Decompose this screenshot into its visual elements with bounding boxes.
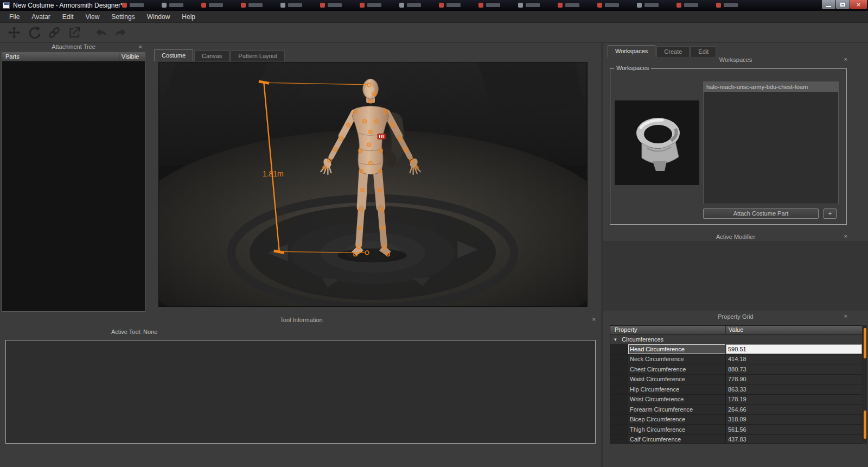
- tab-canvas[interactable]: Canvas: [194, 51, 229, 61]
- tab-title-placeholder: [367, 3, 381, 7]
- property-name: Head Circumference: [628, 344, 726, 354]
- undo-button[interactable]: [93, 25, 108, 40]
- titlebar-icon-strip: [122, 3, 738, 8]
- property-row[interactable]: Calf Circumference437.83: [610, 435, 862, 444]
- window-controls: ×: [822, 0, 867, 9]
- attachment-indicator-icon[interactable]: [378, 134, 386, 139]
- close-panel-icon[interactable]: ×: [592, 317, 596, 323]
- row-indent: [610, 384, 628, 394]
- link-icon: [48, 26, 61, 39]
- tab-pattern-layout[interactable]: Pattern Layout: [231, 51, 285, 61]
- tab-favicon: [637, 3, 642, 8]
- add-workspace-button[interactable]: +: [824, 209, 837, 219]
- tab-title-placeholder: [328, 3, 342, 7]
- tab-title-placeholder: [526, 3, 540, 7]
- property-row[interactable]: Hip Circumference863.33: [610, 384, 862, 395]
- property-row[interactable]: Neck Circumference414.18: [610, 355, 862, 365]
- tab-workspaces[interactable]: Workspaces: [608, 45, 655, 57]
- redo-button[interactable]: [113, 25, 129, 40]
- move-tool-button[interactable]: [7, 25, 22, 40]
- menu-avatar[interactable]: Avatar: [25, 11, 56, 23]
- property-value[interactable]: 264.66: [726, 405, 862, 414]
- attachment-point-center: [368, 144, 369, 145]
- property-row[interactable]: Thigh Circumference561.56: [610, 425, 862, 435]
- property-name: Neck Circumference: [628, 355, 726, 364]
- property-value[interactable]: 590.51: [726, 344, 862, 354]
- export-tool-button[interactable]: [67, 25, 82, 40]
- browser-tab-icon: [439, 3, 461, 8]
- property-value[interactable]: 880.73: [726, 364, 862, 374]
- maximize-button[interactable]: [836, 0, 850, 9]
- scrollbar-thumb[interactable]: [864, 411, 866, 439]
- row-indent: [610, 395, 628, 405]
- collapse-arrow-icon: ▾: [614, 337, 620, 342]
- tab-title-placeholder: [209, 3, 223, 7]
- tool-information-area: [5, 340, 596, 444]
- menu-view[interactable]: View: [80, 11, 106, 23]
- tab-edit[interactable]: Edit: [691, 46, 716, 57]
- groupbox-label: Workspaces: [614, 65, 651, 71]
- menu-edit[interactable]: Edit: [56, 11, 80, 23]
- row-indent: [610, 415, 628, 425]
- property-name: Wrist Circumference: [628, 395, 726, 405]
- attachment-tree-view[interactable]: Parts Visible: [2, 52, 145, 312]
- property-value[interactable]: 863.33: [726, 384, 862, 394]
- property-rows: Head Circumference590.51Neck Circumferen…: [610, 344, 862, 444]
- browser-tab-icon: [597, 3, 619, 8]
- workspace-thumbnail[interactable]: [615, 100, 699, 185]
- property-value[interactable]: 561.56: [726, 425, 862, 434]
- attachment-point-center: [341, 138, 342, 139]
- row-indent: [610, 355, 628, 364]
- rotate-tool-button[interactable]: [27, 25, 42, 40]
- panel-title: Workspaces: [719, 56, 752, 63]
- tab-costume[interactable]: Costume: [154, 49, 193, 61]
- property-name: Bicep Circumference: [628, 415, 726, 425]
- close-panel-icon[interactable]: ×: [844, 234, 847, 239]
- parts-column-header: Parts: [2, 53, 119, 61]
- link-tool-button[interactable]: [47, 25, 62, 40]
- menu-settings[interactable]: Settings: [105, 11, 141, 23]
- property-grid-scrollbar[interactable]: [863, 325, 867, 444]
- move-icon: [8, 26, 21, 39]
- property-row[interactable]: Waist Circumference778.90: [610, 375, 862, 385]
- menu-file[interactable]: File: [3, 11, 25, 23]
- property-value[interactable]: 437.83: [726, 435, 862, 444]
- tab-favicon: [280, 3, 285, 8]
- tab-favicon: [162, 3, 167, 8]
- tab-favicon: [360, 3, 365, 8]
- property-value[interactable]: 778.90: [726, 375, 862, 384]
- attachment-point-center: [374, 93, 375, 94]
- viewport-panel: 1.81m: [158, 62, 588, 307]
- menu-help[interactable]: Help: [176, 11, 201, 23]
- workspace-list[interactable]: halo-reach-unsc-army-bdu-chest-foam: [703, 81, 839, 204]
- workspace-list-item[interactable]: halo-reach-unsc-army-bdu-chest-foam: [704, 82, 838, 92]
- property-row[interactable]: Head Circumference590.51: [610, 344, 862, 355]
- tab-create[interactable]: Create: [656, 46, 690, 57]
- menu-window[interactable]: Window: [141, 11, 176, 23]
- close-panel-icon[interactable]: ×: [844, 313, 847, 319]
- attachment-point-center: [370, 162, 371, 163]
- browser-tab-icon: [122, 3, 144, 8]
- property-row[interactable]: Chest Circumference880.73: [610, 364, 862, 375]
- property-row[interactable]: Wrist Circumference178.19: [610, 395, 862, 405]
- attachment-point-center: [358, 247, 359, 248]
- attach-costume-part-button[interactable]: Attach Costume Part: [703, 209, 819, 219]
- viewport-3d-canvas[interactable]: 1.81m: [159, 62, 587, 306]
- circumferences-group-row[interactable]: ▾ Circumferences: [610, 335, 862, 344]
- scrollbar-thumb[interactable]: [864, 328, 866, 358]
- property-value[interactable]: 318.09: [726, 415, 862, 425]
- close-window-button[interactable]: ×: [850, 0, 867, 9]
- value-column-header: Value: [726, 326, 862, 334]
- close-panel-icon[interactable]: ×: [139, 43, 142, 50]
- toolbar: [0, 23, 868, 43]
- close-panel-icon[interactable]: ×: [844, 56, 847, 62]
- tab-title-placeholder: [565, 3, 579, 7]
- minimize-button[interactable]: [822, 0, 835, 9]
- active-modifier-header: Active Modifier ×: [603, 233, 868, 241]
- property-row[interactable]: Forearm Circumference264.66: [610, 405, 862, 415]
- property-value[interactable]: 414.18: [726, 355, 862, 364]
- row-indent: [610, 364, 628, 374]
- tab-title-placeholder: [605, 3, 619, 7]
- property-row[interactable]: Bicep Circumference318.09: [610, 415, 862, 425]
- property-value[interactable]: 178.19: [726, 395, 862, 405]
